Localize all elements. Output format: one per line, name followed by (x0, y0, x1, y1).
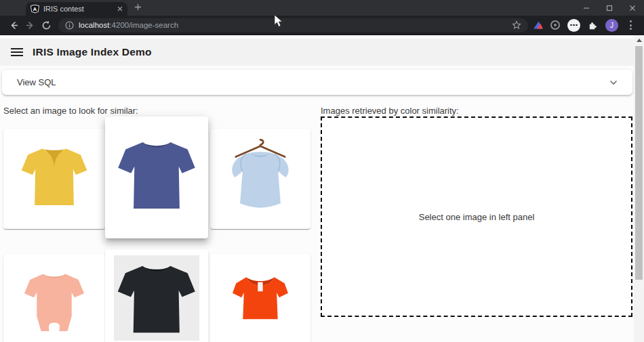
scrollbar-up-arrow[interactable] (634, 35, 644, 45)
forward-button[interactable] (22, 17, 38, 33)
browser-menu-icon[interactable] (626, 20, 636, 30)
chevron-down-icon (609, 80, 618, 85)
extensions-puzzle-icon[interactable] (588, 20, 598, 30)
product-image (218, 135, 303, 220)
page-title: IRIS Image Index Demo (33, 46, 152, 58)
image-card-blue-crew-tee[interactable] (105, 116, 208, 238)
product-image (114, 255, 199, 341)
tab-close-icon[interactable] (117, 6, 123, 12)
image-card-black-crew-tee[interactable] (105, 249, 208, 342)
image-card-lightblue-blouse[interactable] (210, 129, 310, 229)
extension-dots-icon[interactable] (567, 19, 580, 32)
scrollbar-thumb[interactable] (635, 46, 643, 280)
site-info-icon[interactable] (65, 21, 74, 30)
view-sql-expansion-panel[interactable]: View SQL (2, 70, 632, 95)
product-image (12, 135, 97, 220)
extensions-row: J (534, 19, 639, 32)
tab-title: IRIS contest (43, 5, 113, 13)
browser-tab[interactable]: A IRIS contest (26, 2, 127, 16)
window-maximize-button[interactable] (598, 0, 621, 16)
extension-gray-icon[interactable] (550, 20, 560, 30)
product-image (218, 260, 303, 342)
url-host: localhost (79, 21, 109, 29)
browser-window: A IRIS contest (0, 0, 644, 342)
page-scrollbar[interactable] (634, 35, 644, 342)
angular-favicon-icon: A (31, 5, 39, 14)
product-image (12, 260, 97, 342)
extension-colorful-icon[interactable] (534, 20, 543, 30)
left-panel-label: Select an image to look for similar: (3, 106, 138, 116)
url-path: :4200/image-search (109, 21, 178, 29)
right-panel-label: Images retrieved by color similarity: (321, 106, 459, 116)
bookmark-star-icon[interactable] (512, 20, 521, 30)
product-image (106, 126, 207, 226)
app-toolbar: IRIS Image Index Demo (0, 39, 634, 66)
url-bar[interactable]: localhost:4200/image-search (58, 18, 528, 33)
image-card-peach-onesie[interactable] (3, 254, 105, 342)
reload-button[interactable] (38, 17, 54, 33)
view-sql-label: View SQL (17, 77, 609, 87)
window-controls (575, 0, 644, 16)
page-content: IRIS Image Index Demo View SQL Select an… (0, 35, 644, 342)
results-dropzone: Select one image in left panel (321, 116, 632, 317)
browser-tab-strip: A IRIS contest (0, 0, 644, 16)
profile-avatar[interactable]: J (605, 19, 618, 32)
menu-hamburger-icon[interactable] (11, 48, 23, 56)
image-card-yellow-vneck-tee[interactable] (3, 129, 105, 229)
results-empty-message: Select one image in left panel (419, 212, 535, 222)
window-minimize-button[interactable] (575, 0, 598, 16)
image-card-orange-crop-top[interactable] (210, 254, 310, 342)
url-text: localhost:4200/image-search (79, 21, 178, 29)
window-close-button[interactable] (621, 0, 644, 16)
browser-toolbar: localhost:4200/image-search J (0, 16, 644, 35)
back-button[interactable] (5, 17, 22, 33)
new-tab-button[interactable] (134, 3, 142, 11)
